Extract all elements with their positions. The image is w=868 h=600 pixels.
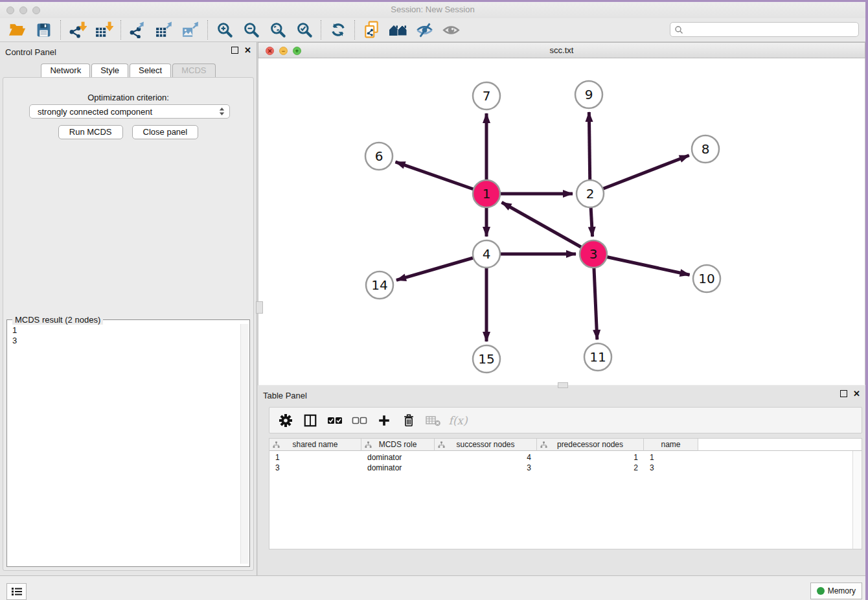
export-network-button[interactable] bbox=[124, 19, 151, 40]
zoom-fit-button[interactable] bbox=[264, 19, 291, 40]
graph-node-label: 14 bbox=[371, 277, 387, 293]
graph-node-7[interactable]: 7 bbox=[473, 82, 500, 110]
column-header-shared-name[interactable]: shared name bbox=[269, 439, 361, 451]
table-cell[interactable]: 1 bbox=[644, 453, 698, 462]
table-cell[interactable]: 3 bbox=[269, 463, 361, 472]
column-header-mcds-role[interactable]: MCDS role bbox=[361, 439, 435, 451]
show-columns-button[interactable] bbox=[299, 410, 321, 431]
table-cell[interactable]: dominator bbox=[361, 463, 435, 472]
refresh-view-button[interactable] bbox=[325, 19, 351, 40]
delete-row-button[interactable] bbox=[398, 410, 420, 431]
close-panel-button[interactable]: Close panel bbox=[132, 125, 199, 139]
table-scrollbar[interactable] bbox=[852, 451, 861, 549]
graph-node-1[interactable]: 1 bbox=[473, 180, 500, 207]
search-box[interactable] bbox=[670, 22, 859, 37]
memory-button[interactable]: Memory bbox=[810, 583, 862, 599]
eye-icon bbox=[442, 22, 460, 38]
clone-network-icon bbox=[363, 21, 381, 39]
memory-label: Memory bbox=[828, 586, 856, 595]
open-folder-icon bbox=[8, 22, 26, 38]
delete-table-button[interactable] bbox=[422, 410, 444, 431]
search-icon bbox=[674, 25, 683, 34]
zoom-in-button[interactable] bbox=[211, 19, 238, 40]
show-hide-graphics-button[interactable] bbox=[411, 19, 438, 40]
graph-edge-1-6[interactable] bbox=[395, 162, 486, 194]
graph-node-14[interactable]: 14 bbox=[366, 271, 393, 299]
select-all-rows-button[interactable] bbox=[324, 410, 346, 431]
graph-node-15[interactable]: 15 bbox=[473, 345, 500, 373]
graph-edge-3-1[interactable] bbox=[502, 202, 593, 254]
table-cell[interactable]: 3 bbox=[435, 463, 537, 472]
graph-node-label: 7 bbox=[483, 88, 491, 104]
network-window-title: scc.txt bbox=[258, 45, 865, 55]
app-window: Session: New Session bbox=[0, 2, 865, 600]
network-window-titlebar[interactable]: ✕ − + scc.txt bbox=[258, 42, 865, 58]
network-table-divider-handle[interactable] bbox=[558, 382, 568, 388]
import-network-button[interactable] bbox=[64, 19, 91, 40]
graph-node-2[interactable]: 2 bbox=[577, 180, 604, 207]
column-header-successor-nodes[interactable]: successor nodes bbox=[435, 439, 537, 451]
control-panel-tabs: Network Style Select MCDS bbox=[0, 63, 257, 77]
float-table-panel-icon[interactable] bbox=[840, 390, 847, 397]
export-table-button[interactable] bbox=[151, 19, 177, 40]
column-header-name[interactable]: name bbox=[644, 439, 698, 451]
graph-node-6[interactable]: 6 bbox=[365, 143, 393, 170]
first-neighbors-button[interactable] bbox=[385, 19, 411, 40]
table-cell[interactable]: dominator bbox=[361, 453, 435, 462]
tab-mcds[interactable]: MCDS bbox=[172, 63, 215, 77]
node-table: shared name MCDS role successor nodes pr… bbox=[269, 438, 862, 549]
zoom-selected-button[interactable] bbox=[291, 19, 317, 40]
close-table-panel-icon[interactable]: ✕ bbox=[853, 390, 860, 397]
zoom-in-icon bbox=[216, 21, 233, 38]
shared-column-icon bbox=[540, 441, 547, 448]
table-cell[interactable]: 1 bbox=[537, 453, 644, 462]
table-cell[interactable]: 1 bbox=[269, 453, 361, 462]
save-session-button[interactable] bbox=[30, 19, 57, 40]
zoom-out-button[interactable] bbox=[238, 19, 264, 40]
graph-node-9[interactable]: 9 bbox=[575, 81, 602, 108]
header-filler bbox=[698, 439, 862, 451]
table-panel-title: Table Panel bbox=[263, 391, 307, 400]
tab-network[interactable]: Network bbox=[41, 63, 90, 77]
function-builder-button[interactable]: f(x) bbox=[447, 410, 469, 431]
control-panel-title: Control Panel bbox=[5, 47, 56, 57]
task-history-button[interactable] bbox=[6, 583, 27, 600]
open-session-button[interactable] bbox=[4, 19, 30, 40]
table-cell[interactable]: 3 bbox=[644, 463, 698, 472]
shared-column-icon bbox=[273, 441, 280, 448]
tab-style[interactable]: Style bbox=[91, 63, 128, 77]
clone-network-button[interactable] bbox=[358, 19, 385, 40]
graph-edge-3-10[interactable] bbox=[593, 254, 690, 275]
network-canvas[interactable]: 1234678910111415 bbox=[258, 58, 865, 385]
graph-node-label: 1 bbox=[483, 186, 491, 202]
graph-node-4[interactable]: 4 bbox=[473, 240, 500, 268]
export-image-button[interactable] bbox=[177, 19, 204, 40]
graph-node-10[interactable]: 10 bbox=[693, 265, 720, 292]
toolbar-separator bbox=[354, 20, 355, 40]
add-row-button[interactable] bbox=[373, 410, 395, 431]
table-row[interactable]: 1dominator411 bbox=[269, 452, 862, 463]
column-header-predecessor-nodes[interactable]: predecessor nodes bbox=[537, 439, 644, 451]
table-cell[interactable]: 4 bbox=[435, 453, 537, 462]
run-mcds-button[interactable]: Run MCDS bbox=[58, 125, 123, 139]
panel-divider-handle[interactable] bbox=[256, 301, 263, 314]
close-panel-icon[interactable]: ✕ bbox=[244, 47, 251, 54]
gear-icon bbox=[279, 413, 293, 428]
graph-node-11[interactable]: 11 bbox=[584, 343, 611, 371]
graph-edge-2-8[interactable] bbox=[590, 156, 689, 194]
tab-select[interactable]: Select bbox=[130, 63, 171, 77]
column-settings-button[interactable] bbox=[275, 410, 297, 431]
graph-node-8[interactable]: 8 bbox=[692, 135, 719, 163]
deselect-all-rows-button[interactable] bbox=[348, 410, 371, 431]
mcds-result-text: 13 bbox=[7, 323, 22, 349]
table-row[interactable]: 3dominator323 bbox=[269, 463, 862, 473]
graph-node-3[interactable]: 3 bbox=[580, 240, 607, 268]
float-panel-icon[interactable] bbox=[231, 47, 238, 54]
list-icon bbox=[11, 586, 23, 597]
result-scrollbar[interactable] bbox=[240, 324, 249, 564]
search-input[interactable] bbox=[683, 25, 858, 35]
criterion-dropdown[interactable]: strongly connected component bbox=[29, 104, 230, 119]
import-table-button[interactable] bbox=[91, 19, 117, 40]
birds-eye-view-button[interactable] bbox=[438, 19, 464, 40]
table-cell[interactable]: 2 bbox=[537, 463, 644, 472]
